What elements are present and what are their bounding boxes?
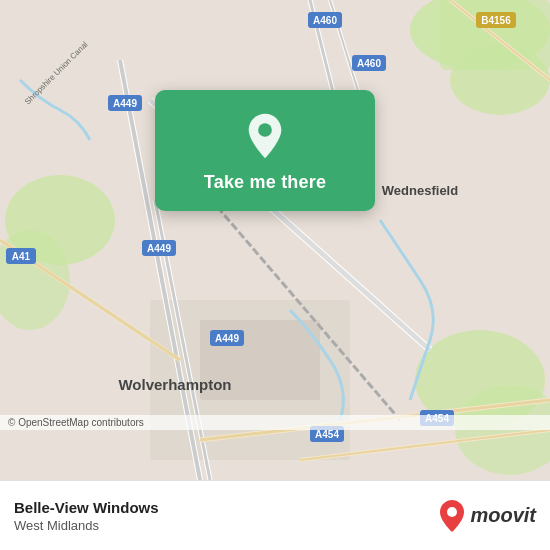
location-region: West Midlands bbox=[14, 518, 159, 533]
svg-text:A449: A449 bbox=[215, 333, 239, 344]
map-container: A460 A460 B4156 A449 A449 A449 A41 A454 … bbox=[0, 0, 550, 480]
location-info: Belle-View Windows West Midlands bbox=[14, 499, 159, 533]
moovit-text: moovit bbox=[470, 504, 536, 527]
svg-text:A454: A454 bbox=[315, 429, 339, 440]
take-me-there-button[interactable]: Take me there bbox=[204, 172, 326, 193]
svg-text:A460: A460 bbox=[313, 15, 337, 26]
svg-text:Wolverhampton: Wolverhampton bbox=[118, 376, 231, 393]
svg-text:B4156: B4156 bbox=[481, 15, 511, 26]
location-name: Belle-View Windows bbox=[14, 499, 159, 516]
svg-text:Wednesfield: Wednesfield bbox=[382, 183, 458, 198]
svg-point-51 bbox=[447, 507, 457, 517]
copyright-text: © OpenStreetMap contributors bbox=[0, 415, 550, 430]
location-card: Take me there bbox=[155, 90, 375, 211]
map-background: A460 A460 B4156 A449 A449 A449 A41 A454 … bbox=[0, 0, 550, 480]
svg-text:A449: A449 bbox=[147, 243, 171, 254]
svg-text:A460: A460 bbox=[357, 58, 381, 69]
moovit-pin-icon bbox=[438, 499, 466, 533]
svg-point-50 bbox=[258, 123, 272, 137]
bottom-bar: Belle-View Windows West Midlands moovit bbox=[0, 480, 550, 550]
location-pin-icon bbox=[241, 112, 289, 160]
svg-text:A449: A449 bbox=[113, 98, 137, 109]
svg-text:A41: A41 bbox=[12, 251, 31, 262]
copyright-label: © OpenStreetMap contributors bbox=[8, 417, 144, 428]
moovit-logo: moovit bbox=[438, 499, 536, 533]
